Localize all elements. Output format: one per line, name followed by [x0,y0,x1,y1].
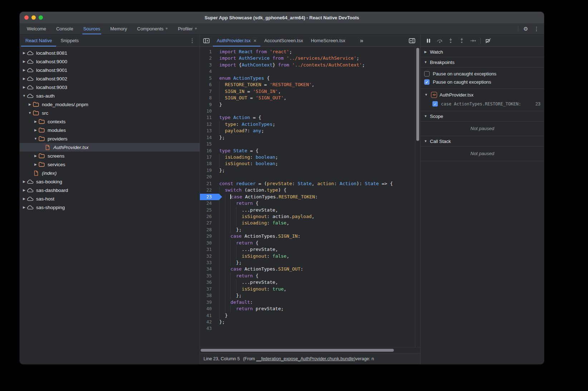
line-number[interactable]: 15 [200,141,216,147]
line-number[interactable]: 30 [200,240,216,246]
code-editor[interactable]: 1import React from 'react';2import AuthS… [200,47,420,347]
close-window-button[interactable] [24,15,29,20]
line-number[interactable]: 22 [200,187,216,193]
minimize-window-button[interactable] [31,15,36,20]
tree-item-authprovider-tsx[interactable]: AuthProvider.tsx [20,143,200,152]
chevron-right-icon[interactable]: ▶ [33,154,38,158]
line-number[interactable]: 23 [200,194,216,200]
line-number[interactable]: 27 [200,220,216,226]
tree-item-localhost-8081[interactable]: ▶localhost:8081 [20,49,200,57]
tree-item--index-[interactable]: (index) [20,169,200,177]
editor-tab-authprovider-tsx[interactable]: AuthProvider.tsx× [213,35,260,46]
step-out-icon[interactable] [458,37,465,44]
line-number[interactable]: 9 [200,102,216,108]
watch-section-header[interactable]: ▶ Watch [421,47,544,57]
debugger-toggle-icon[interactable] [404,35,420,46]
line-number[interactable]: 20 [200,174,216,180]
maximize-window-button[interactable] [39,15,43,20]
chevron-right-icon[interactable]: ▶ [22,51,26,55]
tree-item-src[interactable]: ▼src [20,109,200,117]
checkbox[interactable]: ✓ [432,101,438,107]
tab-profiler[interactable]: Profiler✳ [173,23,202,34]
line-number[interactable]: 4 [200,68,216,75]
chevron-down-icon[interactable]: ▼ [28,111,32,115]
line-number[interactable]: 43 [200,325,216,332]
tab-components[interactable]: Components✳ [132,23,173,34]
pause-icon[interactable] [425,37,432,44]
line-number[interactable]: 40 [200,306,216,312]
horizontal-scrollbar-thumb[interactable] [201,349,394,352]
line-number[interactable]: 32 [200,253,216,259]
editor-tab-accountscreen-tsx[interactable]: AccountScreen.tsx [260,35,307,46]
line-number[interactable]: 36 [200,279,216,286]
tree-item-localhost-9002[interactable]: ▶localhost:9002 [20,74,200,83]
line-number[interactable]: 18 [200,160,216,167]
line-number[interactable]: 11 [200,114,216,121]
chevron-right-icon[interactable]: ▶ [22,188,26,192]
line-number[interactable]: 16 [200,148,216,154]
tree-item-providers[interactable]: ▼providers [20,134,200,143]
step-icon[interactable] [469,37,476,44]
line-number[interactable]: 8 [200,95,216,101]
chevron-down-icon[interactable]: ▼ [22,94,26,98]
chevron-right-icon[interactable]: ▶ [22,180,26,183]
editor-tab-homescreen-tsx[interactable]: HomeScreen.tsx [307,35,349,46]
more-tabs-icon[interactable]: » [349,35,372,46]
tree-item-node-modules-pnpm[interactable]: ▶node_modules/.pnpm [20,100,200,109]
tree-item-localhost-9000[interactable]: ▶localhost:9000 [20,57,200,66]
line-number[interactable]: 3 [200,62,216,68]
line-number[interactable]: 2 [200,55,216,61]
breakpoint-file-row[interactable]: ▼<>AuthProvider.tsx [421,90,544,99]
chevron-right-icon[interactable]: ▶ [22,68,26,72]
checkbox[interactable] [424,71,430,76]
tree-item-modules[interactable]: ▶modules [20,126,200,134]
vertical-scrollbar[interactable] [415,47,420,347]
line-number[interactable]: 25 [200,207,216,213]
chevron-right-icon[interactable]: ▶ [22,85,26,89]
tree-item-sas-auth[interactable]: ▼sas-auth [20,91,200,100]
scope-section-header[interactable]: ▼ Scope [421,111,544,122]
line-number[interactable]: 33 [200,259,216,266]
breakpoints-section-header[interactable]: ▼ Breakpoints [421,57,544,68]
line-number[interactable]: 41 [200,312,216,319]
line-number[interactable]: 17 [200,154,216,160]
chevron-right-icon[interactable]: ▶ [22,60,26,63]
line-number[interactable]: 12 [200,121,216,128]
vertical-scrollbar-thumb[interactable] [416,48,419,141]
tree-item-localhost-9001[interactable]: ▶localhost:9001 [20,66,200,74]
chevron-right-icon[interactable]: ▶ [22,77,26,80]
line-number[interactable]: 34 [200,266,216,272]
tree-item-services[interactable]: ▶services [20,160,200,169]
tree-item-localhost-9003[interactable]: ▶localhost:9003 [20,83,200,91]
line-number[interactable]: 14 [200,134,216,141]
tree-item-sas-dashboard[interactable]: ▶sas-dashboard [20,186,200,194]
line-number[interactable]: 37 [200,286,216,292]
line-number[interactable]: 31 [200,246,216,253]
tab-sources[interactable]: Sources [78,23,106,34]
navigator-tab-snippets[interactable]: Snippets [56,35,83,46]
chevron-right-icon[interactable]: ▶ [22,206,26,209]
line-number[interactable]: 19 [200,167,216,174]
chevron-right-icon[interactable]: ▶ [22,197,26,201]
call-stack-section-header[interactable]: ▼ Call Stack [421,136,544,147]
horizontal-scrollbar[interactable] [200,347,420,353]
checkbox[interactable]: ✓ [424,79,430,85]
close-icon[interactable]: × [254,38,256,43]
line-number[interactable]: 39 [200,299,216,306]
line-number[interactable]: 28 [200,227,216,233]
source-bundle-link[interactable]: __federation_expose_AuthProvider.chunk.b… [256,356,354,361]
line-number[interactable]: 7 [200,88,216,95]
line-number[interactable]: 38 [200,292,216,299]
gear-icon[interactable]: ⚙ [523,26,529,32]
tree-item-sas-shopping[interactable]: ▶sas-shopping [20,203,200,212]
chevron-down-icon[interactable]: ▼ [33,137,38,140]
kebab-menu-icon[interactable]: ⋮ [190,35,200,46]
line-number[interactable]: 5 [200,75,216,81]
line-number[interactable]: 10 [200,108,216,114]
tree-item-screens[interactable]: ▶screens [20,152,200,160]
step-over-icon[interactable] [436,37,443,44]
breakpoint-entry[interactable]: ✓case ActionTypes.RESTORE_TOKEN:23 [421,99,544,108]
tab-console[interactable]: Console [51,23,78,34]
chevron-right-icon[interactable]: ▶ [28,103,32,106]
line-number[interactable]: 42 [200,319,216,325]
